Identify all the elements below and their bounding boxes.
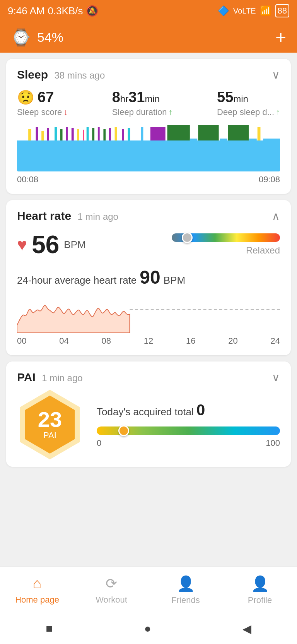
sleep-chart-background — [17, 140, 280, 171]
hr-card-header: Heart rate 1 min ago ∧ — [17, 209, 280, 223]
hr-status: Relaxed — [246, 245, 280, 256]
header-left: ⌚ 54% — [11, 28, 63, 47]
pai-card: PAI 1 min ago ∨ 23 PAI Today's acquired … — [6, 361, 291, 467]
hr-avg-value: 90 — [140, 267, 160, 288]
sleep-chevron[interactable]: ∨ — [272, 69, 280, 81]
pai-title-row: PAI 1 min ago — [17, 371, 83, 384]
deep-sleep-stat: 55min Deep sleep d... ↑ — [217, 89, 280, 117]
hr-avg-unit: BPM — [164, 274, 185, 286]
status-right: 🔷 VoLTE 📶 88 — [218, 4, 289, 17]
bluetooth-icon: 🔷 — [218, 5, 229, 16]
nav-profile[interactable]: 👤 Profile — [223, 567, 297, 613]
battery-indicator: 88 — [275, 4, 289, 17]
pai-value: 23 — [38, 409, 62, 430]
hr-chart — [17, 294, 280, 333]
system-nav: ■ ● ◀ — [0, 613, 297, 644]
hr-bar-track — [172, 233, 280, 242]
heart-rate-card: Heart rate 1 min ago ∧ ♥ 56 BPM Relaxed … — [6, 200, 291, 355]
pai-hexagon: 23 PAI — [17, 392, 83, 457]
workout-icon: ⟳ — [106, 575, 117, 592]
workout-label: Workout — [96, 595, 127, 605]
stop-button[interactable]: ■ — [46, 622, 53, 635]
sleep-score-label: Sleep score ↓ — [17, 107, 68, 117]
hr-value-row: ♥ 56 BPM — [17, 230, 86, 259]
sleep-face-icon: 😟 — [17, 89, 34, 106]
sleep-card: Sleep 38 mins ago ∨ 😟 67 Sleep score ↓ 8… — [6, 59, 291, 194]
hr-avg-label: 24-hour average heart rate — [17, 274, 137, 286]
sleep-duration-value: 8hr31min — [112, 89, 173, 106]
score-trend: ↓ — [63, 107, 68, 117]
deep-sleep-trend: ↑ — [276, 107, 280, 117]
hr-gauge: Relaxed — [164, 233, 280, 256]
pai-today-value: 0 — [196, 401, 205, 418]
device-battery: 54% — [37, 30, 63, 45]
nav-home[interactable]: ⌂ Home page — [0, 567, 74, 613]
pai-time: 1 min ago — [42, 373, 82, 383]
sleep-time: 38 mins ago — [55, 70, 105, 80]
hr-value: 56 — [32, 230, 59, 259]
sleep-duration-label: Sleep duration ↑ — [112, 107, 173, 117]
network-speed: 0.3KB/s — [48, 5, 83, 17]
home-label: Home page — [15, 595, 59, 605]
deep-sleep-label: Deep sleep d... ↑ — [217, 107, 280, 117]
pai-today-row: Today's acquired total 0 — [97, 401, 280, 419]
sleep-score-stat: 😟 67 Sleep score ↓ — [17, 89, 68, 117]
sleep-time-labels: 00:08 09:08 — [17, 175, 280, 185]
nav-friends[interactable]: 👤 Friends — [148, 567, 223, 613]
cards-container: Sleep 38 mins ago ∨ 😟 67 Sleep score ↓ 8… — [0, 53, 297, 567]
pai-bar-track — [97, 426, 280, 435]
deep-sleep-value: 55min — [217, 89, 280, 106]
battery-value: 88 — [278, 6, 287, 15]
pai-content: 23 PAI Today's acquired total 0 0 100 — [17, 392, 280, 457]
profile-icon: 👤 — [251, 575, 269, 592]
duration-trend: ↑ — [169, 107, 173, 117]
heart-icon: ♥ — [17, 235, 27, 254]
nav-workout[interactable]: ⟳ Workout — [74, 567, 148, 613]
pai-indicator — [118, 425, 129, 436]
time-display: 9:46 AM — [8, 5, 44, 17]
app-header: ⌚ 54% + — [0, 22, 297, 53]
hr-avg-row: 24-hour average heart rate 90 BPM — [17, 267, 280, 288]
back-button[interactable]: ◀ — [242, 622, 251, 635]
pai-label: PAI — [43, 430, 56, 440]
hr-title: Heart rate — [17, 209, 71, 222]
sleep-start-time: 00:08 — [17, 175, 38, 185]
signal-icon: 📶 — [260, 5, 271, 16]
bottom-nav: ⌂ Home page ⟳ Workout 👤 Friends 👤 Profil… — [0, 567, 297, 613]
status-bar: 9:46 AM 0.3KB/s 🔕 🔷 VoLTE 📶 88 — [0, 0, 297, 22]
hr-title-row: Heart rate 1 min ago — [17, 209, 118, 223]
sleep-chart — [17, 125, 280, 171]
profile-label: Profile — [248, 595, 272, 605]
volte-icon: VoLTE — [233, 7, 256, 15]
pai-range-max: 100 — [266, 438, 280, 448]
friends-label: Friends — [171, 595, 200, 605]
mute-icon: 🔕 — [86, 5, 98, 17]
pai-card-header: PAI 1 min ago ∨ — [17, 371, 280, 384]
home-button[interactable]: ● — [144, 622, 151, 635]
home-icon: ⌂ — [33, 575, 42, 592]
watch-icon: ⌚ — [11, 28, 31, 47]
pai-range: 0 100 — [97, 438, 280, 448]
sleep-stats: 😟 67 Sleep score ↓ 8hr31min Sleep durati… — [17, 89, 280, 117]
sleep-end-time: 09:08 — [259, 175, 280, 185]
hr-time: 1 min ago — [78, 211, 118, 222]
status-left: 9:46 AM 0.3KB/s 🔕 — [8, 5, 98, 17]
hr-indicator — [182, 232, 193, 243]
pai-chevron[interactable]: ∨ — [272, 371, 280, 384]
hr-chevron[interactable]: ∧ — [272, 210, 280, 223]
sleep-duration-stat: 8hr31min Sleep duration ↑ — [112, 89, 173, 117]
sleep-title: Sleep — [17, 68, 48, 81]
pai-title: PAI — [17, 371, 36, 384]
sleep-score-value: 67 — [38, 89, 54, 106]
hr-time-labels: 00 04 08 12 16 20 24 — [17, 336, 280, 346]
sleep-title-row: Sleep 38 mins ago — [17, 68, 105, 81]
hr-unit: BPM — [64, 239, 85, 251]
hr-top-row: ♥ 56 BPM Relaxed — [17, 230, 280, 259]
add-button[interactable]: + — [275, 27, 286, 48]
hr-chart-svg — [17, 294, 280, 333]
pai-range-min: 0 — [97, 438, 101, 448]
friends-icon: 👤 — [177, 575, 195, 592]
pai-info: Today's acquired total 0 0 100 — [97, 401, 280, 448]
sleep-card-header: Sleep 38 mins ago ∨ — [17, 68, 280, 81]
